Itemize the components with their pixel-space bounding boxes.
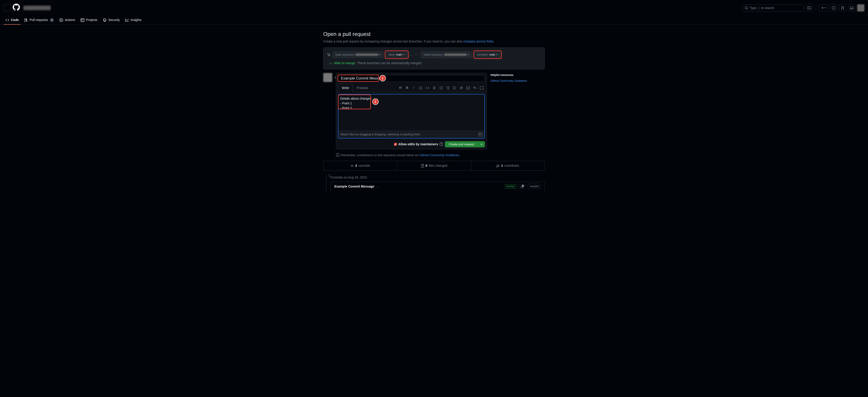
task-list-button[interactable] xyxy=(452,85,458,91)
commit-icon xyxy=(350,164,354,168)
create-pr-button[interactable]: Create pull request xyxy=(445,141,478,147)
cross-reference-icon xyxy=(466,86,470,90)
check-icon xyxy=(329,62,333,65)
tasklist-icon xyxy=(453,86,456,90)
mention-button[interactable]: @ xyxy=(458,85,465,91)
heading-button[interactable]: H xyxy=(397,85,403,91)
timeline-date: Commits on Aug 16, 2023 xyxy=(327,174,545,182)
italic-button[interactable]: I xyxy=(411,85,417,91)
table-icon xyxy=(81,18,84,22)
author-avatar[interactable] xyxy=(323,73,332,82)
tab-actions[interactable]: Actions xyxy=(58,16,77,25)
shield-icon xyxy=(103,18,106,22)
sidebar: Helpful resources GitHub Community Guide… xyxy=(491,73,545,150)
play-icon xyxy=(59,18,63,22)
reply-button[interactable] xyxy=(472,85,478,91)
community-guidelines-link[interactable]: GitHub Community Guidelines xyxy=(491,79,527,82)
divider xyxy=(816,6,816,10)
guidelines-link[interactable]: GitHub Community Guidelines xyxy=(420,154,459,157)
markdown-icon[interactable]: M↓ xyxy=(478,133,483,136)
compare-across-forks-link[interactable]: compare across forks xyxy=(463,39,493,43)
graph-icon xyxy=(125,18,129,22)
head-repo-selector[interactable]: head repository: xyxy=(421,51,472,58)
unordered-list-button[interactable] xyxy=(438,85,444,91)
link-icon xyxy=(432,86,436,90)
reply-icon xyxy=(473,86,477,90)
pr-body-textarea[interactable]: Details about changes - Point 1 - Point … xyxy=(338,94,485,131)
repo-breadcrumb[interactable] xyxy=(24,6,51,10)
code-icon xyxy=(5,18,9,22)
quote-icon xyxy=(419,86,423,90)
allow-edits-checkbox[interactable]: Allow edits by maintainers xyxy=(394,142,443,146)
code-button[interactable] xyxy=(424,85,431,91)
tab-insights[interactable]: Insights xyxy=(123,16,143,25)
issues-button[interactable] xyxy=(830,4,837,11)
page-title: Open a pull request xyxy=(323,30,545,38)
tab-pull-requests[interactable]: Pull requests 5 xyxy=(22,16,56,25)
copy-icon xyxy=(521,185,524,188)
tab-code[interactable]: Code xyxy=(4,16,21,25)
notifications-button[interactable] xyxy=(848,4,855,11)
chevron-down-icon xyxy=(825,7,826,8)
global-header: Type / to search xyxy=(0,0,868,16)
code-icon xyxy=(426,86,429,90)
merge-status: Able to merge. These branches can be aut… xyxy=(327,61,541,66)
file-diff-icon xyxy=(421,164,424,168)
pr-count-badge: 5 xyxy=(50,18,54,22)
link-button[interactable] xyxy=(431,85,437,91)
tab-projects[interactable]: Projects xyxy=(79,16,99,25)
chevron-down-icon xyxy=(468,54,469,55)
list-unordered-icon xyxy=(439,86,443,90)
timeline-dot-icon xyxy=(328,174,331,177)
hamburger-menu-button[interactable] xyxy=(4,4,11,11)
base-repo-selector[interactable]: base repository: xyxy=(333,51,384,58)
fullscreen-button[interactable] xyxy=(478,85,485,91)
write-tab[interactable]: Write xyxy=(338,84,353,92)
ordered-list-button[interactable] xyxy=(445,85,451,91)
cross-reference-button[interactable] xyxy=(465,85,471,91)
git-compare-icon xyxy=(327,53,331,57)
commits-timeline: Commits on Aug 16, 2023 Example Commit M… xyxy=(323,174,545,191)
attach-files-hint[interactable]: Attach files by dragging & dropping, sel… xyxy=(338,131,485,138)
stat-commits[interactable]: 2commits xyxy=(323,161,397,170)
fullscreen-icon xyxy=(480,86,484,90)
arrow-left-icon: ← xyxy=(414,53,419,57)
pull-requests-button[interactable] xyxy=(839,4,846,11)
chevron-down-icon xyxy=(496,54,498,55)
command-palette-button[interactable] xyxy=(805,4,813,11)
commit-sha[interactable]: 4eedfef xyxy=(528,184,541,189)
bold-button[interactable]: B xyxy=(404,85,410,91)
sidebar-heading: Helpful resources xyxy=(491,73,545,77)
search-input[interactable]: Type / to search xyxy=(743,4,804,11)
copy-sha-button[interactable] xyxy=(519,184,526,189)
verified-badge[interactable]: Verified xyxy=(504,184,517,189)
question-icon[interactable] xyxy=(439,142,443,146)
github-logo[interactable] xyxy=(13,4,20,12)
pr-title-input[interactable] xyxy=(338,75,485,82)
tab-security[interactable]: Security xyxy=(101,16,122,25)
terminal-icon xyxy=(807,6,811,10)
compare-branch-selector[interactable]: compare: main xyxy=(474,51,501,58)
stats-bar: 2commits 0files changed 1contributor xyxy=(323,161,545,171)
preview-tab[interactable]: Preview xyxy=(353,84,372,92)
user-avatar[interactable] xyxy=(857,4,864,11)
base-branch-selector[interactable]: base: main xyxy=(385,51,408,58)
commit-message-link[interactable]: Example Commit Message xyxy=(334,184,374,189)
git-pull-request-icon xyxy=(24,18,28,22)
git-pull-request-icon xyxy=(841,6,844,10)
hamburger-icon xyxy=(5,6,9,10)
quote-button[interactable] xyxy=(417,85,424,91)
chevron-down-icon xyxy=(403,54,405,55)
guidelines-note: Remember, contributions to this reposito… xyxy=(323,153,545,158)
create-pr-dropdown[interactable] xyxy=(478,141,485,147)
page-subhead: Create a new pull request by comparing c… xyxy=(323,39,545,44)
search-icon xyxy=(745,6,748,10)
issue-icon xyxy=(832,6,835,10)
compare-box: base repository: base: main ... ← head r… xyxy=(323,47,545,69)
annotation-badge-1: 1 xyxy=(379,75,386,81)
stat-contributors[interactable]: 1contributor xyxy=(471,161,545,170)
commit-row: Example Commit Message … Verified 4eedfe… xyxy=(331,182,545,191)
create-new-button[interactable] xyxy=(819,4,828,11)
stat-files[interactable]: 0files changed xyxy=(397,161,471,170)
chevron-down-icon xyxy=(379,54,381,55)
